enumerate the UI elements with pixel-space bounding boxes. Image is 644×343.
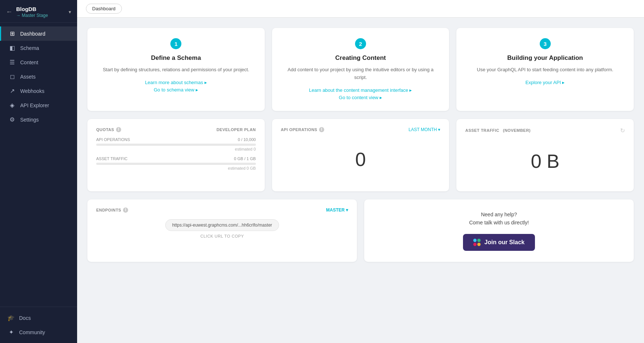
sidebar-label-dashboard: Dashboard — [20, 31, 46, 37]
step-title-1: Define a Schema — [98, 54, 254, 62]
help-card: Need any help? Come talk with us directl… — [364, 199, 634, 262]
step-desc-1: Start by defining structures, relations … — [98, 66, 254, 74]
bottom-row: ENDPOINTS i MASTER ▾ https://api-euwest.… — [87, 199, 634, 262]
api-operations-header: API OPERATIONS i LAST MONTH ▾ — [281, 127, 441, 132]
sidebar-item-webhooks[interactable]: ↗ Webhooks — [0, 84, 77, 98]
endpoints-info-icon[interactable]: i — [123, 207, 128, 213]
step-desc-2: Add content to your project by using the… — [282, 66, 439, 82]
assets-icon: ◻ — [8, 73, 16, 80]
sidebar-label-webhooks: Webhooks — [20, 88, 44, 94]
sidebar-label-content: Content — [20, 59, 38, 65]
api-operations-label: API OPERATIONS — [96, 137, 130, 142]
asset-traffic-header: ASSET TRAFFIC (NOVEMBER) ↻ — [465, 127, 625, 134]
api-ops-title: API OPERATIONS i — [281, 127, 324, 132]
api-ops-info-icon[interactable]: i — [319, 127, 324, 132]
step-title-2: Creating Content — [282, 54, 439, 62]
project-name: BlogDB — [16, 6, 48, 12]
quotas-plan: DEVELOPER PLAN — [217, 127, 256, 132]
api-operations-card: API OPERATIONS i LAST MONTH ▾ 0 — [272, 119, 449, 191]
step-link-1b[interactable]: Go to schema view ▸ — [98, 87, 254, 93]
sidebar-bottom: 🎓 Docs ✦ Community — [0, 307, 77, 343]
content-area: 1 Define a Schema Start by defining stru… — [77, 18, 644, 343]
main-content: Dashboard 1 Define a Schema Start by def… — [77, 0, 644, 343]
step-badge-1: 1 — [170, 38, 181, 49]
sidebar-item-community[interactable]: ✦ Community — [0, 325, 77, 339]
master-badge[interactable]: MASTER ▾ — [326, 207, 348, 213]
asset-traffic-bar-bg — [96, 163, 256, 165]
content-icon: ☰ — [8, 59, 16, 66]
community-icon: ✦ — [7, 329, 15, 336]
sidebar-item-api-explorer[interactable]: ◈ API Explorer — [0, 98, 77, 112]
step-title-3: Building your Application — [467, 54, 623, 62]
stats-row: QUOTAS i DEVELOPER PLAN API OPERATIONS 0… — [87, 119, 634, 191]
topbar: Dashboard — [77, 0, 644, 18]
step-link-1a[interactable]: Learn more about schemas ▸ — [98, 80, 254, 85]
api-operations-quota: API OPERATIONS 0 / 10,000 estimated 0 — [96, 137, 256, 151]
sidebar-label-assets: Assets — [20, 74, 36, 80]
step-desc-3: Use your GraphQL API to start feeding co… — [467, 66, 623, 74]
dashboard-icon: ⊞ — [8, 30, 16, 37]
help-text: Need any help? Come talk with us directl… — [469, 210, 529, 227]
back-arrow-icon[interactable]: ← — [6, 8, 12, 16]
slack-button-label: Join our Slack — [484, 239, 524, 246]
asset-traffic-label: ASSET TRAFFIC — [96, 156, 127, 161]
sidebar: ← BlogDB → Master Stage ▾ ⊞ Dashboard ◧ … — [0, 0, 77, 343]
sidebar-item-schema[interactable]: ◧ Schema — [0, 41, 77, 55]
breadcrumb: Dashboard — [86, 4, 122, 14]
docs-icon: 🎓 — [7, 314, 15, 321]
step-link-2b[interactable]: Go to content view ▸ — [282, 95, 439, 100]
step-link-2a[interactable]: Learn about the content management inter… — [282, 87, 439, 93]
join-slack-button[interactable]: Join our Slack — [463, 234, 535, 251]
asset-traffic-card: ASSET TRAFFIC (NOVEMBER) ↻ 0 B — [456, 119, 634, 191]
sidebar-item-assets[interactable]: ◻ Assets — [0, 69, 77, 84]
click-url-label: CLICK URL TO COPY — [96, 234, 348, 238]
sidebar-item-docs[interactable]: 🎓 Docs — [0, 311, 77, 325]
api-operations-value: 0 / 10,000 — [238, 137, 256, 142]
sidebar-label-api-explorer: API Explorer — [20, 102, 49, 108]
schema-icon: ◧ — [8, 44, 16, 51]
step-card-2: 2 Creating Content Add content to your p… — [272, 28, 449, 111]
endpoint-url[interactable]: https://api-euwest.graphcms.com/...hh6cr… — [165, 219, 279, 231]
sidebar-header: ← BlogDB → Master Stage ▾ — [0, 0, 77, 23]
sidebar-label-docs: Docs — [19, 315, 31, 321]
sidebar-label-community: Community — [19, 329, 45, 335]
endpoints-header: ENDPOINTS i MASTER ▾ — [96, 207, 348, 213]
api-operations-bar-bg — [96, 144, 256, 146]
sidebar-item-settings[interactable]: ⚙ Settings — [0, 112, 77, 127]
quotas-card: QUOTAS i DEVELOPER PLAN API OPERATIONS 0… — [87, 119, 265, 191]
step-link-3a[interactable]: Explore your API ▸ — [467, 80, 623, 85]
sidebar-item-content[interactable]: ☰ Content — [0, 55, 77, 69]
sidebar-label-settings: Settings — [20, 117, 39, 123]
asset-traffic-estimated: estimated 0 GB — [96, 166, 256, 170]
step-card-1: 1 Define a Schema Start by defining stru… — [87, 28, 265, 111]
webhooks-icon: ↗ — [8, 87, 16, 94]
endpoints-title: ENDPOINTS i — [96, 207, 128, 213]
quotas-info-icon[interactable]: i — [116, 127, 121, 132]
slack-icon — [473, 239, 481, 246]
api-operations-count: 0 — [281, 137, 441, 181]
project-stage: → Master Stage — [16, 13, 48, 18]
steps-row: 1 Define a Schema Start by defining stru… — [87, 28, 634, 111]
api-operations-estimated: estimated 0 — [96, 147, 256, 151]
sidebar-item-dashboard[interactable]: ⊞ Dashboard — [0, 26, 77, 41]
step-badge-3: 3 — [540, 38, 551, 49]
asset-traffic-quota: ASSET TRAFFIC 0 GB / 1 GB estimated 0 GB — [96, 156, 256, 170]
quotas-header: QUOTAS i DEVELOPER PLAN — [96, 127, 256, 132]
endpoints-card: ENDPOINTS i MASTER ▾ https://api-euwest.… — [87, 199, 357, 262]
api-explorer-icon: ◈ — [8, 102, 16, 109]
chevron-down-icon[interactable]: ▾ — [69, 9, 71, 15]
settings-icon: ⚙ — [8, 116, 16, 123]
sidebar-nav: ⊞ Dashboard ◧ Schema ☰ Content ◻ Assets … — [0, 23, 77, 307]
step-badge-2: 2 — [355, 38, 366, 49]
sidebar-label-schema: Schema — [20, 45, 39, 51]
api-ops-period-link[interactable]: LAST MONTH ▾ — [409, 127, 440, 132]
asset-traffic-value: 0 B — [465, 139, 625, 183]
asset-traffic-refresh-icon[interactable]: ↻ — [620, 127, 625, 134]
asset-traffic-title: ASSET TRAFFIC (NOVEMBER) — [465, 128, 531, 133]
step-card-3: 3 Building your Application Use your Gra… — [456, 28, 634, 111]
quotas-title: QUOTAS i — [96, 127, 121, 132]
asset-traffic-value: 0 GB / 1 GB — [234, 156, 256, 161]
